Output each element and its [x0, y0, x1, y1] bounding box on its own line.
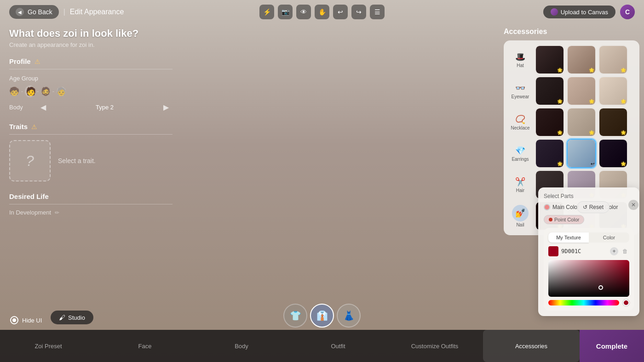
preset-3[interactable]: 👗 [337, 304, 361, 328]
earrings-items: 🌟 ↩ 🌟 [535, 139, 628, 168]
hex-input[interactable]: 9D001C [561, 248, 607, 255]
hat-items: 🌟 🌟 🌟 [535, 45, 628, 74]
eyewear-item-3[interactable]: 🌟 [598, 76, 628, 106]
hat-badge-2: 🌟 [589, 68, 594, 73]
nav-outfit-label: Outfit [331, 343, 345, 350]
hat-item-1[interactable]: 🌟 [535, 45, 564, 74]
add-color-button[interactable]: + [610, 247, 618, 255]
main-color-label: Main Color [552, 204, 579, 210]
undo-button[interactable]: ↩ [333, 5, 348, 19]
hat-item-3[interactable]: 🌟 [598, 45, 628, 74]
earrings-badge-3: 🌟 [621, 161, 626, 166]
color-tab[interactable]: Color [589, 232, 629, 243]
nav-face[interactable]: Face [97, 330, 193, 362]
earrings-item-3[interactable]: 🌟 [598, 139, 628, 168]
nav-body[interactable]: Body [193, 330, 290, 362]
sub-heading: Create an appearance for zoi in. [9, 41, 172, 48]
close-icon: ✕ [631, 202, 636, 208]
edit-icon[interactable]: ✏ [55, 209, 59, 216]
eyewear-item-2[interactable]: 🌟 [567, 76, 596, 106]
nail-icon: 💅 [515, 208, 525, 218]
desired-life-section: Desired Life In Development ✏ [9, 192, 172, 216]
hair-label-text: Hair [516, 188, 524, 193]
close-button[interactable]: ✕ [628, 200, 638, 210]
necklace-item-1[interactable]: 🌟 [535, 107, 564, 137]
complete-button[interactable]: Complete [580, 330, 644, 362]
nav-zoi-preset[interactable]: Zoi Preset [0, 330, 97, 362]
earrings-badge-2: ↩ [591, 161, 594, 166]
hair-icon: ✂️ [515, 177, 525, 187]
necklace-item-2[interactable]: 🌟 [567, 107, 596, 137]
necklace-item-3[interactable]: 🌟 [598, 107, 628, 137]
eyewear-row: 👓 Eyewear 🌟 🌟 🌟 [508, 76, 635, 106]
studio-label: Studio [68, 314, 85, 321]
preset-2[interactable]: 👔 [310, 304, 334, 328]
eyewear-badge-1: 🌟 [557, 99, 563, 104]
traits-title: Traits [9, 123, 28, 130]
eyewear-label-text: Eyewear [512, 94, 529, 99]
nav-body-label: Body [235, 343, 248, 350]
user-avatar[interactable]: C [620, 5, 635, 19]
canvas-dot-icon [551, 8, 558, 16]
nav-accessories-label: Accessories [515, 343, 547, 350]
nav-outfit[interactable]: Outfit [290, 330, 386, 362]
hex-swatch[interactable] [548, 246, 558, 256]
gradient-cursor[interactable] [598, 285, 603, 290]
bottom-toolbar: Zoi Preset Face Body Outfit Customize Ou… [0, 330, 644, 362]
age-figure-4: 🧓 [56, 86, 66, 96]
hue-cursor[interactable] [623, 300, 629, 306]
main-color-dot [544, 204, 550, 210]
eyewear-badge-2: 🌟 [589, 99, 594, 104]
earrings-badge-1: 🌟 [557, 161, 563, 166]
eyewear-icon: 👓 [515, 83, 525, 93]
trait-placeholder[interactable]: ? [9, 140, 51, 181]
hue-slider[interactable] [548, 300, 619, 305]
age-figure-2: 🧑 [25, 85, 35, 97]
bottom-nav: Zoi Preset Face Body Outfit Customize Ou… [0, 330, 580, 362]
back-button[interactable]: ◀ Go Back [9, 5, 59, 19]
color-gradient[interactable] [548, 260, 629, 297]
studio-area: 🖌 Studio [51, 311, 93, 324]
eyewear-item-1[interactable]: 🌟 [535, 76, 564, 106]
upload-label: Upload to Canvas [561, 9, 608, 16]
earrings-item-2[interactable]: ↩ [567, 139, 596, 168]
point-color-button[interactable]: Point Color [544, 215, 584, 224]
nav-zoi-preset-label: Zoi Preset [34, 343, 62, 350]
necklace-label: 📿 Necklace [508, 114, 532, 130]
radio-inner [12, 318, 16, 322]
profile-section: Profile ⚠ Age Group 🧒 - 🧑 - 🧔 - 🧓 Body ◀… [9, 57, 172, 113]
reset-label: Reset [589, 204, 604, 210]
redo-button[interactable]: ↪ [351, 5, 366, 19]
earrings-label: 💎 Earrings [508, 146, 532, 162]
body-prev-button[interactable]: ◀ [37, 101, 50, 113]
nav-accessories[interactable]: Accessories [483, 330, 580, 362]
hat-item-2[interactable]: 🌟 [567, 45, 596, 74]
necklace-badge-2: 🌟 [589, 130, 594, 135]
view-tool-button[interactable]: 👁 [296, 5, 311, 19]
age-group-selector[interactable]: 🧒 - 🧑 - 🧔 - 🧓 [9, 85, 172, 97]
earrings-item-1[interactable]: 🌟 [535, 139, 564, 168]
mode-tool-button[interactable]: ⚡ [259, 5, 274, 19]
nav-customize-outfits[interactable]: Customize Outfits [386, 330, 483, 362]
desired-life-title: Desired Life [9, 192, 172, 204]
top-right: Upload to Canvas C [543, 5, 635, 19]
preset-2-icon: 👔 [316, 310, 328, 321]
hide-ui-radio[interactable] [10, 316, 18, 324]
hat-label: 🎩 Hat [508, 52, 532, 68]
upload-to-canvas-button[interactable]: Upload to Canvas [543, 6, 615, 18]
preset-3-icon: 👗 [343, 310, 355, 321]
hat-badge-3: 🌟 [621, 68, 626, 73]
main-heading: What does zoi in look like? [9, 28, 172, 40]
hand-tool-button[interactable]: ✋ [315, 5, 329, 19]
menu-button[interactable]: ☰ [370, 5, 385, 19]
studio-button[interactable]: 🖌 Studio [51, 311, 93, 324]
reset-button[interactable]: ↺ Reset [577, 201, 610, 213]
body-next-button[interactable]: ▶ [160, 101, 172, 113]
reset-icon: ↺ [583, 204, 587, 210]
camera-tool-button[interactable]: 📷 [278, 5, 293, 19]
my-texture-tab[interactable]: My Texture [548, 232, 589, 243]
delete-color-button[interactable]: 🗑 [621, 247, 629, 255]
preset-1[interactable]: 👕 [283, 304, 307, 328]
main-color-option[interactable]: Main Color [544, 204, 579, 210]
nav-face-label: Face [138, 343, 152, 350]
